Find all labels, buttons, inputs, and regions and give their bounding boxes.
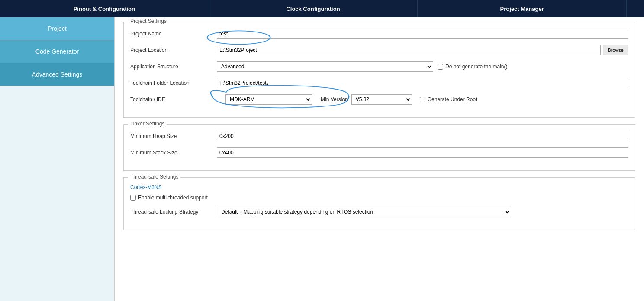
tab-clock-configuration[interactable]: Clock Configuration — [209, 0, 418, 17]
min-version-label: Min Version — [321, 96, 348, 102]
min-version-select[interactable]: V5.32 V5.27 — [351, 94, 412, 105]
toolchain-ide-label: Toolchain / IDE — [130, 96, 217, 102]
toolchain-folder-label: Toolchain Folder Location — [130, 80, 217, 86]
min-stack-row: Minimum Stack Size — [130, 147, 628, 158]
toolchain-folder-row: Toolchain Folder Location — [130, 78, 628, 88]
tab-project-manager[interactable]: Project Manager — [418, 0, 627, 17]
application-structure-label: Application Structure — [130, 64, 217, 70]
linker-settings-section: Linker Settings Minimum Heap Size Minimu… — [123, 124, 635, 171]
top-navigation: Pinout & Configuration Clock Configurati… — [0, 0, 644, 17]
application-structure-row: Application Structure Advanced Basic Do … — [130, 61, 628, 72]
thread-safe-legend: Thread-safe Settings — [128, 174, 180, 180]
project-location-row: Project Location Browse — [130, 45, 628, 55]
linker-settings-legend: Linker Settings — [128, 121, 167, 127]
browse-button[interactable]: Browse — [603, 45, 628, 55]
generate-under-root-label[interactable]: Generate Under Root — [420, 96, 477, 102]
project-name-input[interactable] — [217, 29, 628, 39]
thread-safe-settings-section: Thread-safe Settings Cortex-M3NS Enable … — [123, 177, 635, 230]
min-heap-input[interactable] — [217, 131, 628, 141]
project-settings-section: Project Settings Project Name Project Lo… — [123, 22, 635, 118]
cortex-label: Cortex-M3NS — [130, 184, 628, 190]
tab-pinout-configuration[interactable]: Pinout & Configuration — [0, 0, 209, 17]
do-not-generate-checkbox-label[interactable]: Do not generate the main() — [438, 64, 507, 70]
project-name-label: Project Name — [130, 31, 217, 37]
project-location-input[interactable] — [217, 45, 601, 55]
main-layout: Project Code Generator Advanced Settings… — [0, 17, 644, 301]
locking-strategy-select[interactable]: Default – Mapping suitable strategy depe… — [217, 207, 511, 217]
nav-extra — [627, 0, 644, 17]
toolchain-folder-input[interactable] — [217, 78, 628, 88]
min-stack-input[interactable] — [217, 147, 628, 158]
sidebar-item-project[interactable]: Project — [0, 17, 114, 40]
sidebar-item-code-generator[interactable]: Code Generator — [0, 40, 114, 63]
application-structure-select[interactable]: Advanced Basic — [217, 61, 433, 72]
do-not-generate-checkbox[interactable] — [438, 64, 443, 70]
project-location-label: Project Location — [130, 47, 217, 53]
sidebar-item-advanced-settings[interactable]: Advanced Settings — [0, 63, 114, 86]
locking-strategy-row: Thread-safe Locking Strategy Default – M… — [130, 207, 628, 217]
locking-strategy-label: Thread-safe Locking Strategy — [130, 209, 217, 215]
toolchain-ide-row: Toolchain / IDE MDK-ARM STM32CubeIDE Mak… — [130, 94, 628, 105]
content-wrapper: Project Settings Project Name Project Lo… — [123, 22, 635, 230]
min-heap-row: Minimum Heap Size — [130, 131, 628, 141]
project-name-row: Project Name — [130, 29, 628, 39]
min-heap-label: Minimum Heap Size — [130, 133, 217, 139]
enable-multithreaded-row: Enable multi-threaded support — [130, 195, 628, 201]
min-stack-label: Minimum Stack Size — [130, 150, 217, 156]
generate-under-root-checkbox[interactable] — [420, 97, 425, 102]
enable-multithreaded-checkbox[interactable] — [130, 195, 136, 201]
toolchain-ide-select[interactable]: MDK-ARM STM32CubeIDE Makefile — [225, 94, 312, 105]
content-area: Project Settings Project Name Project Lo… — [115, 17, 644, 301]
enable-multithreaded-label[interactable]: Enable multi-threaded support — [130, 195, 208, 201]
project-settings-legend: Project Settings — [128, 18, 169, 24]
min-version-group: Min Version V5.32 V5.27 Generate Under R… — [321, 94, 477, 105]
sidebar: Project Code Generator Advanced Settings — [0, 17, 115, 301]
